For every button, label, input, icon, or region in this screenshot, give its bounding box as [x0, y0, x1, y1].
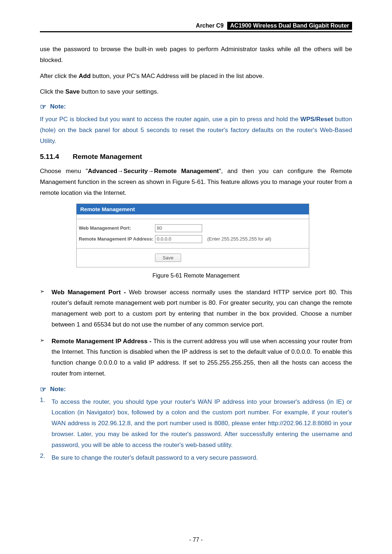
bullet-list: ➢ Web Management Port - Web browser acce… — [40, 287, 352, 379]
bullet-title: Remote Management IP Address - — [52, 338, 153, 345]
section-number: 5.11.4 — [40, 153, 71, 161]
form-row: Remote Management IP Address: (Enter 255… — [79, 234, 307, 245]
list-number: 1. — [40, 397, 52, 451]
note-label-text: Note: — [50, 386, 66, 393]
page-number: - 77 - — [0, 537, 392, 543]
list-item: 1. To access the router, you should type… — [40, 397, 352, 451]
note-body: If your PC is blocked but you want to ac… — [40, 114, 352, 146]
list-text: To access the router, you should type yo… — [52, 397, 352, 451]
paragraph: Choose menu "Advanced→Security→Remote Ma… — [40, 166, 352, 198]
note-label: ☞ Note: — [40, 385, 352, 394]
web-port-input[interactable] — [155, 224, 202, 232]
numbered-list: 1. To access the router, you should type… — [40, 397, 352, 464]
list-text: Be sure to change the router's default p… — [52, 452, 352, 463]
pointing-hand-icon: ☞ — [40, 102, 46, 111]
section-heading: 5.11.4 Remote Management — [40, 153, 352, 161]
web-port-label: Web Management Port: — [79, 225, 155, 231]
text: After click the — [40, 73, 79, 79]
figure-caption: Figure 5-61 Remote Management — [40, 272, 352, 279]
panel-form: Web Management Port: Remote Management I… — [77, 219, 309, 249]
arrow-icon: → — [148, 168, 154, 175]
section-title: Remote Management — [73, 153, 142, 160]
figure: Remote Management Web Management Port: R… — [40, 204, 352, 267]
paragraph: use the password to browse the built-in … — [40, 44, 352, 66]
bold-text: Save — [65, 88, 80, 95]
save-button[interactable]: Save — [155, 254, 181, 262]
bold-text: Security — [123, 168, 148, 175]
triangle-bullet-icon: ➢ — [40, 336, 52, 379]
list-item: ➢ Web Management Port - Web browser acce… — [40, 287, 352, 330]
pointing-hand-icon: ☞ — [40, 385, 46, 394]
bullet-title: Web Management Port - — [52, 289, 129, 296]
paragraph: After click the Add button, your PC's MA… — [40, 71, 352, 82]
text: Click the — [40, 88, 65, 95]
bold-text: Add — [79, 73, 91, 79]
panel-title: Remote Management — [77, 204, 309, 214]
text: button to save your settings. — [81, 88, 159, 95]
list-number: 2. — [40, 452, 52, 463]
bold-text: Advanced — [88, 168, 117, 175]
header-model: Archer C9 — [196, 22, 224, 29]
panel-actions: Save — [77, 249, 309, 267]
note-label-text: Note: — [50, 103, 66, 110]
list-item: ➢ Remote Management IP Address - This is… — [40, 336, 352, 379]
text: button, your PC's MAC Address will be pl… — [93, 73, 264, 79]
remote-ip-hint: (Enter 255.255.255.255 for all) — [202, 236, 271, 242]
remote-ip-input[interactable] — [155, 235, 202, 243]
remote-ip-label: Remote Management IP Address: — [79, 236, 155, 242]
text: If your PC is blocked but you want to ac… — [40, 116, 301, 123]
page-header: Archer C9 AC1900 Wireless Dual Band Giga… — [40, 22, 352, 32]
note-label: ☞ Note: — [40, 102, 352, 111]
list-item: 2. Be sure to change the router's defaul… — [40, 452, 352, 463]
bold-text: Remote Management — [154, 168, 219, 175]
bold-text: WPS/Reset — [301, 116, 333, 123]
form-row: Web Management Port: — [79, 223, 307, 234]
remote-management-panel: Remote Management Web Management Port: R… — [76, 204, 309, 267]
text: Choose menu " — [40, 168, 88, 175]
paragraph: Click the Save button to save your setti… — [40, 86, 352, 97]
header-title: AC1900 Wireless Dual Band Gigabit Router — [227, 22, 352, 30]
arrow-icon: → — [117, 168, 123, 175]
triangle-bullet-icon: ➢ — [40, 287, 52, 330]
